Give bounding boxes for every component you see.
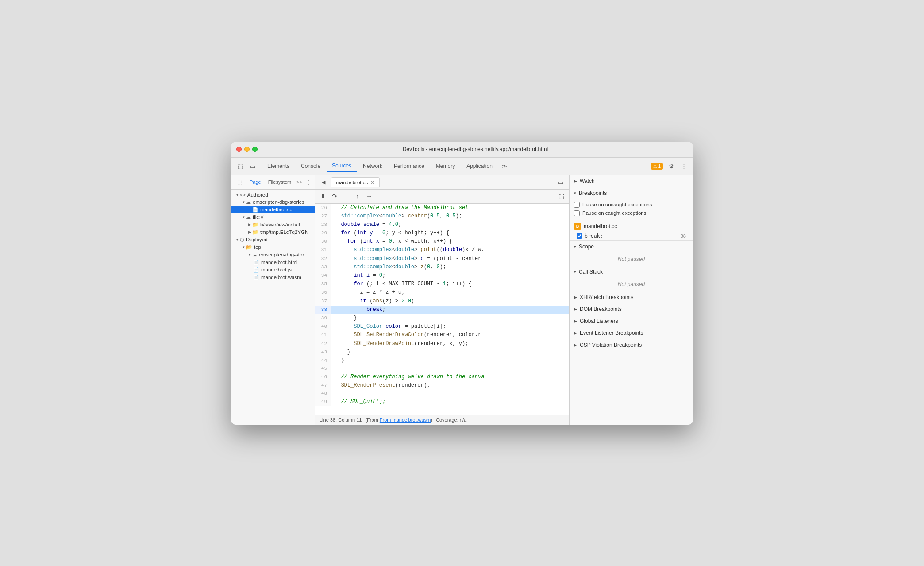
event-label: Event Listener Breakpoints bbox=[580, 330, 643, 336]
code-line-26: 26 // Calculate and draw the Mandelbrot … bbox=[315, 204, 569, 212]
tree-mandelbrot-js[interactable]: 📄 mandelbrot.js bbox=[231, 266, 315, 274]
file-tab-mandelbrot[interactable]: mandelbrot.cc ✕ bbox=[331, 177, 380, 187]
tab-filesystem[interactable]: Filesystem bbox=[266, 178, 294, 186]
watch-section: ▶ Watch bbox=[570, 175, 693, 187]
source-link[interactable]: From mandelbrot.wasm bbox=[380, 417, 431, 423]
breakpoints-header[interactable]: ▾ Breakpoints bbox=[570, 187, 693, 199]
global-section: ▶ Global Listeners bbox=[570, 315, 693, 327]
nav-back-icon[interactable]: ⬚ bbox=[234, 176, 245, 188]
more-options-icon[interactable]: ⋮ bbox=[678, 160, 689, 172]
code-line-46: 46 // Render everything we've drawn to t… bbox=[315, 373, 569, 381]
pause-uncaught-checkbox[interactable] bbox=[574, 202, 580, 208]
pause-icon[interactable]: ⏸ bbox=[318, 191, 328, 202]
file-tree: ▾ <> Authored ▾ ☁ emscripten-dbg-stories… bbox=[231, 190, 315, 425]
inspect-icon[interactable]: ⬚ bbox=[235, 160, 246, 172]
bp-code-text: break; bbox=[585, 233, 603, 239]
code-area[interactable]: 26 // Calculate and draw the Mandelbrot … bbox=[315, 204, 569, 415]
tab-elements[interactable]: Elements bbox=[262, 160, 295, 172]
watch-label: Watch bbox=[580, 178, 595, 184]
nav-back-code-icon[interactable]: ◀ bbox=[318, 176, 329, 188]
pause-uncaught-label: Pause on uncaught exceptions bbox=[582, 202, 652, 207]
csp-arrow: ▶ bbox=[574, 343, 577, 347]
code-line-41: 41 SDL_SetRenderDrawColor(renderer, colo… bbox=[315, 331, 569, 339]
maximize-button[interactable] bbox=[252, 147, 258, 152]
code-lines: 26 // Calculate and draw the Mandelbrot … bbox=[315, 204, 569, 406]
more-left-tabs[interactable]: >> bbox=[296, 179, 302, 185]
code-line-36: 36 z = z * z + c; bbox=[315, 288, 569, 297]
tab-console[interactable]: Console bbox=[296, 160, 326, 172]
dom-arrow: ▶ bbox=[574, 307, 577, 311]
sidebar-toggle-icon[interactable]: ▭ bbox=[555, 176, 566, 188]
event-arrow: ▶ bbox=[574, 331, 577, 335]
event-header[interactable]: ▶ Event Listener Breakpoints bbox=[570, 327, 693, 339]
main-toolbar: ⬚ ▭ Elements Console Sources Network Per… bbox=[231, 158, 693, 175]
bswir-arrow: ▶ bbox=[247, 222, 252, 227]
device-icon[interactable]: ▭ bbox=[247, 160, 258, 172]
pause-caught-checkbox[interactable] bbox=[574, 210, 580, 216]
code-debug-toolbar: ⏸ ↷ ↓ ↑ → ⬚ bbox=[315, 190, 569, 204]
code-line-27: 27 std::complex<double> center(0.5, 0.5)… bbox=[315, 212, 569, 221]
status-coverage: Coverage: n/a bbox=[436, 417, 466, 423]
tree-emscripten-deployed[interactable]: ▾ ☁ emscripten-dbg-stor bbox=[231, 251, 315, 259]
debug-controls-left: ⏸ ↷ ↓ ↑ → bbox=[318, 191, 374, 202]
bp-file-entry: B mandelbrot.cc bbox=[570, 221, 693, 232]
tab-memory[interactable]: Memory bbox=[431, 160, 460, 172]
tree-mandelbrot-cc[interactable]: 📄 mandelbrot.cc bbox=[231, 206, 315, 213]
scope-header[interactable]: ▾ Scope bbox=[570, 241, 693, 252]
tab-application[interactable]: Application bbox=[461, 160, 498, 172]
bp-line-number: 38 bbox=[681, 233, 686, 239]
titlebar: DevTools - emscripten-dbg-stories.netlif… bbox=[231, 142, 693, 158]
watch-header[interactable]: ▶ Watch bbox=[570, 175, 693, 187]
pause-caught-row: Pause on caught exceptions bbox=[574, 209, 689, 217]
tree-mandelbrot-wasm[interactable]: 📄 mandelbrot.wasm bbox=[231, 274, 315, 281]
pause-caught-label: Pause on caught exceptions bbox=[582, 210, 647, 216]
step-icon[interactable]: → bbox=[364, 191, 374, 202]
step-into-icon[interactable]: ↓ bbox=[341, 191, 351, 202]
event-section: ▶ Event Listener Breakpoints bbox=[570, 327, 693, 339]
tab-page[interactable]: Page bbox=[247, 178, 264, 186]
tree-bswir[interactable]: ▶ 📁 b/s/w/ir/x/w/install bbox=[231, 221, 315, 229]
code-line-32: 32 std::complex<double> c = (point - cen… bbox=[315, 255, 569, 263]
tree-deployed[interactable]: ▾ ⬡ Deployed bbox=[231, 236, 315, 244]
minimize-button[interactable] bbox=[244, 147, 250, 152]
tree-top[interactable]: ▾ 📂 top bbox=[231, 244, 315, 251]
deactivate-bp-icon[interactable]: ⬚ bbox=[556, 191, 566, 202]
tree-authored[interactable]: ▾ <> Authored bbox=[231, 191, 315, 198]
code-line-38: 38 break; bbox=[315, 306, 569, 314]
traffic-lights bbox=[236, 147, 258, 152]
tree-file[interactable]: ▾ ☁ file:// bbox=[231, 213, 315, 221]
left-panel-menu[interactable]: ⋮ bbox=[306, 178, 312, 186]
tab-sources[interactable]: Sources bbox=[327, 160, 357, 172]
tree-tmp[interactable]: ▶ 📁 tmp/tmp.ELcTq2YGN bbox=[231, 229, 315, 236]
tree-emscripten-authored[interactable]: ▾ ☁ emscripten-dbg-stories bbox=[231, 198, 315, 206]
code-line-40: 40 SDL_Color color = palette[i]; bbox=[315, 322, 569, 331]
global-arrow: ▶ bbox=[574, 319, 577, 323]
more-tabs-icon[interactable]: ≫ bbox=[499, 160, 510, 172]
dom-header[interactable]: ▶ DOM Breakpoints bbox=[570, 303, 693, 315]
devtools-window: DevTools - emscripten-dbg-stories.netlif… bbox=[231, 142, 693, 425]
code-line-45: 45 bbox=[315, 365, 569, 373]
folder-open-icon: 📂 bbox=[246, 244, 252, 250]
xhr-arrow: ▶ bbox=[574, 295, 577, 299]
window-title: DevTools - emscripten-dbg-stories.netlif… bbox=[263, 146, 688, 152]
settings-icon[interactable]: ⚙ bbox=[666, 160, 677, 172]
step-over-icon[interactable]: ↷ bbox=[329, 191, 340, 202]
tree-mandelbrot-html[interactable]: 📄 mandelbrot.html bbox=[231, 259, 315, 266]
deployed-arrow: ▾ bbox=[235, 237, 240, 242]
bp-break-checkbox[interactable] bbox=[577, 233, 582, 239]
code-line-37: 37 if (abs(z) > 2.0) bbox=[315, 297, 569, 306]
csp-header[interactable]: ▶ CSP Violation Breakpoints bbox=[570, 339, 693, 351]
scope-arrow: ▾ bbox=[574, 244, 576, 249]
top-arrow: ▾ bbox=[241, 245, 246, 249]
step-out-icon[interactable]: ↑ bbox=[352, 191, 363, 202]
code-panel: ◀ mandelbrot.cc ✕ ▭ ⏸ ↷ ↓ ↑ → bbox=[315, 175, 569, 425]
tab-performance[interactable]: Performance bbox=[389, 160, 430, 172]
close-button[interactable] bbox=[236, 147, 242, 152]
file-tab-close[interactable]: ✕ bbox=[370, 179, 375, 186]
tab-network[interactable]: Network bbox=[358, 160, 388, 172]
html-file-icon: 📄 bbox=[253, 260, 259, 265]
code-statusbar: Line 38, Column 11 (From From mandelbrot… bbox=[315, 415, 569, 425]
callstack-header[interactable]: ▾ Call Stack bbox=[570, 266, 693, 278]
global-header[interactable]: ▶ Global Listeners bbox=[570, 315, 693, 327]
xhr-header[interactable]: ▶ XHR/fetch Breakpoints bbox=[570, 291, 693, 303]
